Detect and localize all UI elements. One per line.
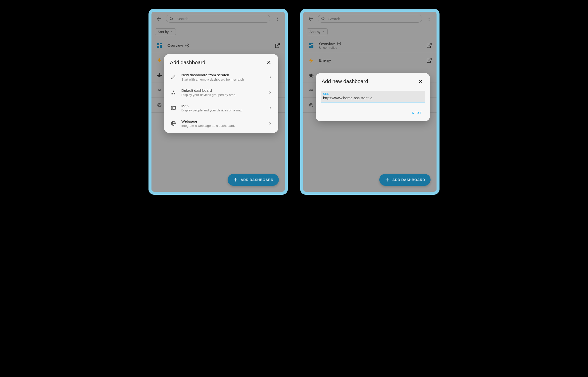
chevron-right-icon	[268, 106, 272, 110]
url-field[interactable]: URL	[321, 91, 425, 102]
dialog-title: Add new dashboard	[322, 78, 368, 84]
option-desc: Display your devices grouped by area	[181, 93, 263, 97]
option-title: Map	[181, 104, 263, 108]
url-field-label: URL	[323, 92, 423, 95]
option-desc: Start with an empty dashboard from scrat…	[181, 78, 263, 81]
close-icon	[266, 60, 272, 65]
option-desc: Display people and your devices on a map	[181, 108, 263, 112]
option-title: Default dashboard	[181, 88, 263, 93]
plus-icon	[233, 177, 238, 182]
globe-icon	[170, 120, 177, 127]
url-input[interactable]	[323, 95, 423, 100]
map-icon	[170, 104, 177, 111]
chevron-right-icon	[268, 75, 272, 79]
svg-rect-20	[172, 93, 173, 94]
svg-point-21	[174, 93, 175, 94]
option-title: New dashboard from scratch	[181, 73, 263, 77]
svg-marker-22	[171, 106, 176, 110]
svg-marker-19	[172, 91, 174, 92]
option-new-from-scratch[interactable]: New dashboard from scratch Start with an…	[164, 69, 278, 85]
option-title: Webpage	[181, 119, 263, 123]
phone-frame-right: Sort by Overview UI controlled	[300, 9, 440, 195]
add-dashboard-dialog: Add dashboard New dashboard from scratch…	[164, 54, 278, 133]
option-default-dashboard[interactable]: Default dashboard Display your devices g…	[164, 85, 278, 100]
add-new-dashboard-dialog: Add new dashboard URL NEXT	[316, 73, 430, 121]
option-map[interactable]: Map Display people and your devices on a…	[164, 100, 278, 116]
option-desc: Integrate a webpage as a dashboard.	[181, 124, 263, 128]
next-button[interactable]: NEXT	[410, 109, 424, 116]
chevron-right-icon	[268, 90, 272, 95]
fab-label: ADD DASHBOARD	[241, 178, 273, 182]
screen-left: Sort by Overview	[151, 12, 285, 192]
add-dashboard-fab[interactable]: ADD DASHBOARD	[379, 174, 431, 186]
plus-icon	[385, 177, 390, 182]
add-dashboard-fab[interactable]: ADD DASHBOARD	[228, 174, 279, 186]
close-button[interactable]	[265, 59, 272, 66]
chevron-right-icon	[268, 121, 272, 126]
shapes-icon	[170, 89, 177, 96]
close-icon	[418, 79, 423, 84]
screen-right: Sort by Overview UI controlled	[303, 12, 437, 192]
pencil-icon	[170, 74, 177, 81]
fab-label: ADD DASHBOARD	[392, 178, 425, 182]
phone-frame-left: Sort by Overview	[148, 9, 288, 195]
close-button[interactable]	[417, 78, 424, 85]
dialog-title: Add dashboard	[170, 59, 205, 65]
option-webpage[interactable]: Webpage Integrate a webpage as a dashboa…	[164, 116, 278, 133]
